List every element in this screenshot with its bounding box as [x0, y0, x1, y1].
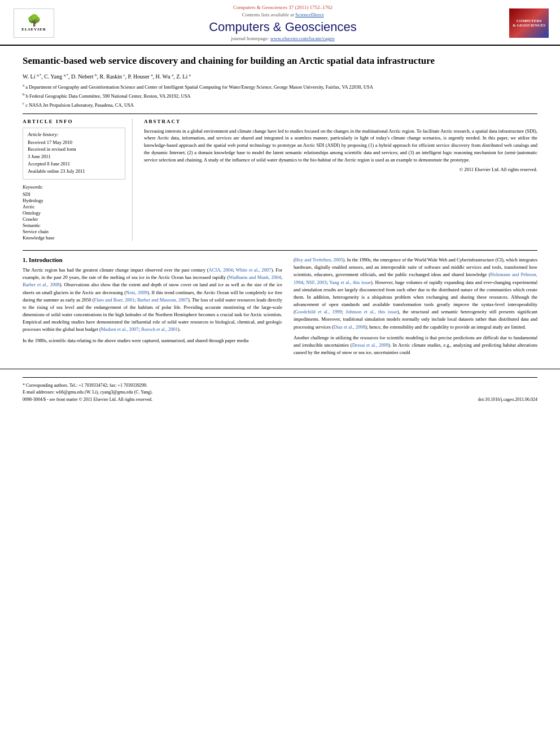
footer-corresponding: * Corresponding authors. Tel.: +1 703933… [23, 382, 537, 396]
intro-paragraph2: In the 1980s, scientific data relating t… [23, 337, 282, 344]
page-footer: * Corresponding authors. Tel.: +1 703933… [0, 369, 560, 405]
copyright-line: © 2011 Elsevier Ltd. All rights reserved… [144, 167, 537, 172]
article-title: Semantic-based web service discovery and… [23, 55, 537, 67]
right-col: ABSTRACT Increasing interests in a globa… [144, 119, 537, 241]
affil-c: c c NASA Jet Propulsion Laboratory, Pasa… [23, 101, 537, 109]
intro-section-num: 1. [23, 256, 27, 263]
received-revised-label: Received in revised form [28, 146, 120, 153]
ref-wadhams: Wadhams and Munk, 2004 [229, 274, 281, 280]
footer-doi: doi:10.1016/j.cageo.2011.06.024 [478, 397, 537, 402]
page-container: 🌳 ELSEVIER Computers & Geosciences 37 (2… [0, 0, 560, 747]
keyword-hydrology: Hydrology [23, 198, 125, 203]
keyword-crawler: Crawler [23, 216, 125, 222]
keyword-knowledge-base: Knowledge base [23, 235, 125, 241]
footer-tel: * Corresponding authors. Tel.: +1 703933… [23, 382, 537, 389]
footer-bottom: 0098-3004/$ - see front matter © 2011 El… [23, 397, 537, 402]
keywords-title: Keywords: [23, 184, 125, 190]
ref-roesch: Roesch et al., 2001 [141, 326, 178, 332]
elsevier-logo: 🌳 ELSEVIER [11, 8, 56, 38]
ref-flato: Flato and Boer, 2001 [94, 297, 135, 303]
journal-citation: Computers & Geosciences 37 (2011) 1752–1… [56, 5, 509, 10]
ref-white: White et al., 2007 [235, 267, 271, 273]
ref-notz: Notz, 2009 [126, 290, 147, 295]
footer-sep [23, 377, 537, 378]
keyword-ontology: Ontology [23, 210, 125, 216]
left-col: ARTICLE INFO Article history: Received 1… [23, 119, 133, 241]
ref-acia: ACIA, 2004 [209, 267, 233, 273]
footer-email: E-mail addresses: wli6@gmu.edu (W. Li), … [23, 389, 537, 396]
available-online: Available online 23 July 2011 [28, 168, 120, 175]
sciencedirect-link[interactable]: ScienceDirect [295, 12, 323, 18]
homepage-label: journal homepage: [231, 36, 269, 41]
ref-barber2: Barber and Massom, 2007 [137, 297, 188, 303]
received-date: Received 17 May 2010 [28, 139, 120, 146]
intro-title-text: Introduction [29, 256, 63, 263]
keyword-arctic: Arctic [23, 204, 125, 209]
keywords-section: Keywords: SDI Hydrology Arctic Ontology … [23, 184, 125, 241]
ref-yang: Yang et al., this issue [329, 279, 371, 285]
affil-b: b b Federal Geographic Data Committee, 5… [23, 92, 537, 100]
ref-barber1: Barber et al., 2008 [23, 282, 60, 287]
main-body: 1. Introduction The Arctic region has ha… [0, 251, 560, 369]
contents-text: Contents lists available at [242, 12, 294, 18]
ref-nsf: NSF, 2003 [306, 279, 327, 285]
accepted-date: Accepted 8 June 2011 [28, 161, 120, 168]
keyword-semantic: Semantic [23, 222, 125, 228]
keyword-sdi: SDI [23, 191, 125, 197]
article-info-header: ARTICLE INFO [23, 119, 125, 124]
received-revised-date: 3 June 2011 [28, 154, 120, 160]
authors-line: W. Li a,*, C. Yang a,*, D. Nebert b, R. … [23, 73, 537, 80]
elsevier-tree-icon: 🌳 [27, 15, 41, 26]
ref-hey: Hey and Trefethen, 2005 [295, 257, 343, 263]
contents-line: Contents lists available at ScienceDirec… [56, 12, 509, 18]
cag-logo: COMPUTERS& GEOSCIENCES [509, 8, 549, 38]
affil-a: a a Department of Geography and Geoinfor… [23, 83, 537, 91]
header-logos: COMPUTERS& GEOSCIENCES [509, 8, 549, 38]
article-info-box: Article history: Received 17 May 2010 Re… [23, 128, 125, 180]
body-left: 1. Introduction The Arctic region has ha… [23, 256, 282, 360]
elsevier-text: ELSEVIER [21, 27, 46, 32]
ref-goodchild: Goodchild et al., 1999 [295, 309, 342, 314]
homepage-url[interactable]: www.elsevier.com/locate/cageo [270, 36, 335, 41]
separator-line [23, 113, 537, 114]
ref-johnson: Johnson et al., this issue [345, 309, 397, 314]
footer-copyright: 0098-3004/$ - see front matter © 2011 El… [23, 397, 152, 402]
right-paragraph2: Another challenge in utilizing the resou… [294, 334, 537, 357]
journal-header-center: Computers & Geosciences 37 (2011) 1752–1… [56, 5, 509, 41]
ref-madsen: Madsen et al., 2007 [101, 326, 139, 332]
ref-diaz: Díaz et al., 2008 [334, 324, 365, 330]
journal-homepage: journal homepage: www.elsevier.com/locat… [56, 36, 509, 41]
body-layout: 1. Introduction The Arctic region has ha… [23, 256, 537, 360]
right-paragraph1: (Hey and Trefethen, 2005). In the 1990s,… [294, 256, 537, 331]
affiliations: a a Department of Geography and Geoinfor… [23, 83, 537, 108]
abstract-header: ABSTRACT [144, 119, 537, 124]
info-abstract-layout: ARTICLE INFO Article history: Received 1… [23, 119, 537, 241]
article-content: Semantic-based web service discovery and… [0, 46, 560, 250]
intro-paragraph1: The Arctic region has had the greatest c… [23, 267, 282, 334]
intro-section-title: 1. Introduction [23, 256, 282, 263]
keyword-service-chain: Service chain [23, 229, 125, 234]
ref-dessai: Dessai et al., 2009 [352, 342, 388, 348]
journal-title: Computers & Geosciences [56, 20, 509, 34]
article-history-title: Article history: [28, 132, 120, 137]
abstract-text: Increasing interests in a global environ… [144, 128, 537, 164]
body-right: (Hey and Trefethen, 2005). In the 1990s,… [294, 256, 537, 360]
journal-header: 🌳 ELSEVIER Computers & Geosciences 37 (2… [0, 0, 560, 46]
